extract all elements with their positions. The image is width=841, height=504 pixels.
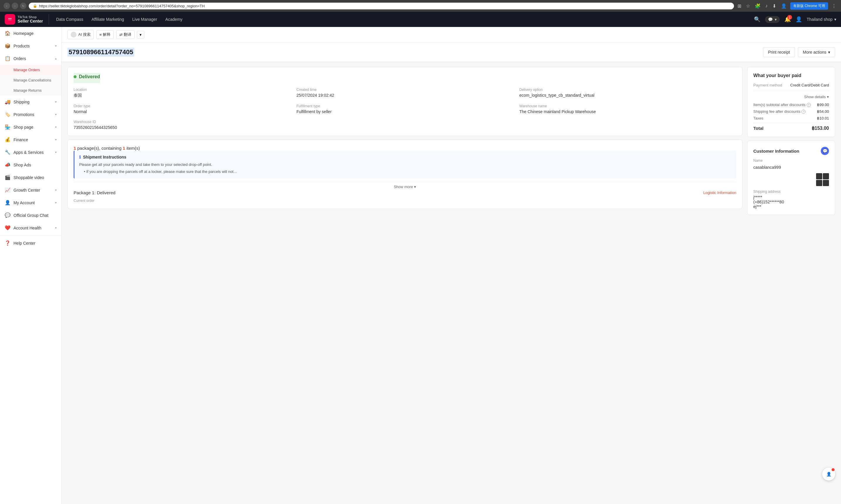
left-column: Delivered Location 泰国 Created time 25/07… [67,67,742,215]
account-health-chevron-icon: ▾ [55,226,57,230]
more-actions-button[interactable]: More actions ▾ [798,47,835,57]
order-header: 579108966114757405 Print receipt More ac… [62,42,841,62]
order-details-grid: Location 泰国 Created time 25/07/2024 19:0… [74,88,736,130]
official-group-chat-icon: 💬 [5,213,11,218]
subtotal-info-icon[interactable]: ? [807,103,811,107]
chat-chevron: ▾ [775,17,777,22]
extensions-icon[interactable]: 🧩 [754,3,762,10]
chat-icon: 💬 [768,17,773,22]
apps-services-chevron-icon: ▾ [55,150,57,154]
shipping-chevron-icon: ▾ [55,100,57,104]
total-label: Total [753,126,764,131]
fulfillment-type-value: Fulfillment by seller [296,109,513,114]
nav-controls[interactable]: ‹ › ↻ [3,3,27,9]
ai-search-button[interactable]: AI 搜索 [67,30,94,39]
brand-label: TikTok Shop Seller Center [18,15,43,23]
sidebar-item-official-group-chat[interactable]: 💬 Official Group Chat [0,209,61,221]
sidebar-item-homepage[interactable]: 🏠 Homepage [0,27,61,39]
sidebar-item-orders[interactable]: 📋 Orders ▴ [0,52,61,65]
sidebar-manage-cancellations[interactable]: Manage Cancellations [0,75,61,85]
sidebar: 🏠 Homepage 📦 Products ▾ 📋 Orders ▴ Manag… [0,27,62,504]
sidebar-item-shop-page[interactable]: 🏪 Shop page ▾ [0,121,61,133]
support-avatar: 👤 [826,472,831,476]
show-details-label: Show details [804,95,826,99]
sidebar-item-promotions[interactable]: 🏷️ Promotions ▾ [0,108,61,121]
order-type-label: Order type [74,104,291,108]
taxes-label: Taxes [753,116,763,121]
back-button[interactable]: ‹ [3,3,10,9]
finance-icon: 💰 [5,137,11,142]
shipping-address-line2: (+86)152******80 [753,200,829,204]
location-detail: Location 泰国 [74,88,291,98]
shop-page-chevron-icon: ▾ [55,125,57,129]
status-label: Delivered [79,74,100,79]
print-receipt-button[interactable]: Print receipt [763,47,795,57]
profile-nav-button[interactable]: 👤 [795,16,802,22]
sidebar-item-growth-center[interactable]: 📈 Growth Center ▾ [0,184,61,196]
sidebar-help-center-label: Help Center [14,241,35,246]
more-actions-label: More actions [803,50,826,54]
sidebar-item-shop-ads[interactable]: 📣 Shop Ads [0,159,61,171]
address-bar[interactable]: 🔒 https://seller.tiktokglobalshop.com/or… [29,3,734,10]
notification-badge: 1 [787,15,792,20]
nav-academy[interactable]: Academy [165,16,182,23]
chat-button[interactable]: 💬 ▾ [765,16,780,23]
translate-button[interactable]: ⇄ 翻译 [116,30,135,39]
customer-chat-button[interactable]: 💬 [821,147,829,155]
show-more-button[interactable]: Show more ▾ [74,182,736,189]
nav-affiliate-marketing[interactable]: Affiliate Marketing [91,16,124,23]
shoppable-video-icon: 🎬 [5,175,11,180]
growth-center-icon: 📈 [5,187,11,193]
floating-support-button[interactable]: 👤 [822,468,835,481]
shop-chevron-icon: ▾ [834,17,836,22]
update-chrome-button[interactable]: 有新版 Chrome 可用 [790,2,828,10]
profile-icon[interactable]: 👤 [780,3,788,10]
lock-icon: 🔒 [33,4,37,8]
sidebar-item-my-account[interactable]: 👤 My Account ▾ [0,196,61,209]
subtotal-label: Item(s) subtotal after discounts ? [753,103,811,107]
my-account-icon: 👤 [5,200,11,205]
toolbar-more-button[interactable]: ▾ [137,31,144,39]
translate-icon[interactable]: ⊞ [736,3,742,10]
sidebar-item-shoppable-video[interactable]: 🎬 Shoppable video [0,171,61,184]
customer-card-title: Customer Information [753,148,799,154]
tiktok-ext-icon[interactable]: ♪ [764,3,769,9]
explain-button[interactable]: ≡ 解释 [96,30,114,39]
search-icon-button[interactable]: 🔍 [754,16,760,22]
notifications-button[interactable]: 🔔 1 [784,16,791,22]
refresh-button[interactable]: ↻ [20,3,27,9]
qr-code-icon[interactable] [816,173,829,186]
items-count: 1 [123,146,125,150]
menu-icon[interactable]: ⋮ [830,3,838,10]
account-health-icon: ❤️ [5,225,11,231]
customer-name-value: casablanca999 [753,165,829,170]
bookmark-icon[interactable]: ☆ [745,3,751,10]
sidebar-finance-label: Finance [14,138,28,142]
sidebar-item-finance[interactable]: 💰 Finance ▾ [0,133,61,146]
sidebar-item-shipping[interactable]: 🚚 Shipping ▾ [0,95,61,108]
forward-button[interactable]: › [12,3,18,9]
warehouse-id-value: 7355260215644325650 [74,125,291,130]
nav-live-manager[interactable]: Live Manager [132,16,157,23]
sidebar-manage-returns[interactable]: Manage Returns [0,85,61,95]
explain-icon: ≡ [100,33,102,37]
show-details-button[interactable]: Show details ▾ [753,95,829,99]
sidebar-item-help-center[interactable]: ❓ Help Center [0,237,61,249]
sidebar-manage-orders[interactable]: Manage Orders [0,65,61,75]
fulfillment-type-label: Fulfillment type [296,104,513,108]
downloads-icon[interactable]: ⬇ [771,3,777,10]
shop-selector-button[interactable]: Thailand shop ▾ [807,17,836,22]
nav-data-compass[interactable]: Data Compass [56,16,83,23]
items-label: item(s) [126,146,140,150]
sidebar-item-apps-services[interactable]: 🔧 Apps & Services ▾ [0,146,61,159]
translate-label: 翻译 [124,32,132,37]
url-text: https://seller.tiktokglobalshop.com/orde… [39,4,205,8]
sidebar-item-account-health[interactable]: ❤️ Account Health ▾ [0,221,61,234]
shipping-fee-value: ฿54.00 [817,109,829,114]
tiktok-logo: TT [5,14,15,24]
logistic-information-link[interactable]: Logistic Information [703,191,736,195]
sidebar-item-products[interactable]: 📦 Products ▾ [0,39,61,52]
shipping-fee-info-icon[interactable]: ? [801,110,806,114]
promotions-icon: 🏷️ [5,112,11,117]
nav-links: Data Compass Affiliate Marketing Live Ma… [56,16,747,23]
